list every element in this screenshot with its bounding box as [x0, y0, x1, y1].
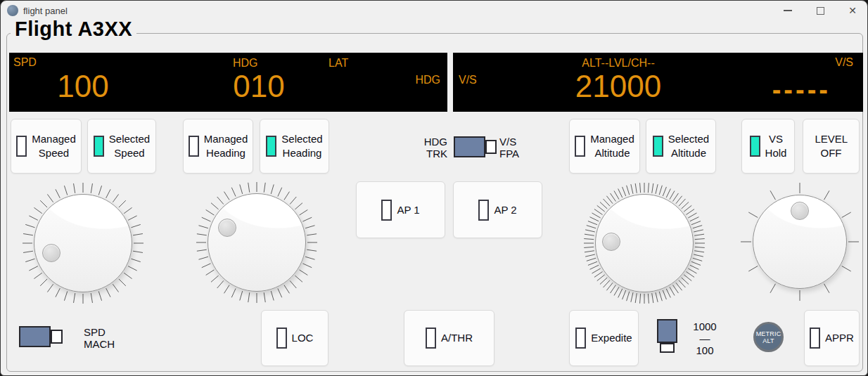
lat-label: LAT [328, 57, 348, 70]
altitude-value: 21000 [537, 71, 699, 102]
minimize-icon [784, 10, 792, 11]
level-off-button[interactable]: LEVEL OFF [803, 119, 860, 174]
hdg-vs-toggle-handle [454, 136, 485, 157]
heading-value: 010 [213, 71, 305, 102]
selected-speed-button[interactable]: Selected Speed [87, 119, 156, 174]
speed-value: 100 [37, 71, 129, 102]
selected-speed-led-indicator [94, 136, 104, 157]
vs-hold-label: VS Hold [765, 132, 787, 160]
vs-fpa-label-line2: FPA [499, 148, 519, 160]
loc-button[interactable]: LOC [261, 310, 328, 366]
alt-step-label-divider: — [690, 332, 720, 344]
selected-altitude-led-indicator [653, 136, 663, 157]
alt-mode-label: ALT--LVL/CH-- [562, 57, 675, 70]
spd-label: SPD [13, 56, 37, 69]
knob-face[interactable] [208, 193, 306, 292]
app-window: flight panel ✕ Flight A3XX SPD 100 HDG 0… [0, 0, 868, 376]
spd-mach-label-line1: SPD [84, 326, 115, 338]
alt-step-toggle-slot [660, 343, 675, 353]
managed-altitude-led-indicator [575, 136, 585, 157]
altitude-knob[interactable] [583, 182, 706, 304]
speed-heading-display: SPD 100 HDG 010 LAT HDG [9, 53, 447, 112]
spd-mach-label-line2: MACH [84, 338, 115, 350]
managed-heading-led-indicator [189, 136, 199, 157]
metric-alt-button[interactable]: METRIC ALT [753, 322, 784, 352]
alt-step-toggle-handle [657, 319, 677, 343]
vs-fpa-label-line1: V/S [499, 136, 519, 148]
hdg-trk-label-line1: HDG [412, 136, 447, 148]
altitude-vs-display: V/S ALT--LVL/CH-- 21000 V/S ----- [453, 53, 863, 112]
selected-speed-label: Selected Speed [109, 132, 150, 160]
metric-alt-label-line2: ALT [762, 337, 774, 344]
alt-step-label: 1000 — 100 [690, 320, 720, 356]
selected-heading-button[interactable]: Selected Heading [260, 119, 329, 174]
lateral-mode-value: HDG [415, 74, 440, 86]
hdg-trk-label: HDG TRK [412, 136, 447, 160]
spd-mach-toggle-slot [51, 330, 63, 344]
selected-altitude-button[interactable]: Selected Altitude [646, 119, 716, 174]
spd-mach-toggle-handle [19, 326, 51, 347]
ap1-label: AP 1 [397, 203, 419, 217]
managed-altitude-button[interactable]: Managed Altitude [569, 119, 640, 174]
hdg-vs-toggle[interactable] [454, 136, 497, 157]
managed-speed-button[interactable]: Managed Speed [11, 119, 82, 174]
level-off-label: LEVEL OFF [815, 132, 847, 160]
knob-position-dimple [218, 219, 236, 237]
alt-step-label-bottom: 100 [690, 344, 720, 356]
expedite-led-indicator [575, 328, 586, 349]
appr-led-indicator [810, 328, 820, 349]
vs-hold-button[interactable]: VS Hold [741, 119, 795, 174]
alt-step-label-top: 1000 [690, 320, 720, 332]
expedite-button[interactable]: Expedite [569, 310, 639, 366]
managed-speed-led-indicator [16, 136, 27, 157]
page-title: Flight A3XX [11, 18, 136, 41]
spd-mach-toggle[interactable] [19, 326, 63, 347]
vs-hold-led-indicator [750, 136, 760, 157]
speed-knob[interactable] [22, 182, 144, 304]
hdg-trk-label-line2: TRK [412, 148, 447, 160]
loc-led-indicator [276, 328, 287, 349]
managed-heading-label: Managed Heading [204, 132, 248, 160]
ap2-button[interactable]: AP 2 [453, 181, 542, 238]
vs-top-label: V/S [835, 56, 853, 69]
expedite-label: Expedite [591, 331, 632, 345]
metric-alt-label-line1: METRIC [756, 330, 781, 337]
athr-button[interactable]: A/THR [404, 310, 494, 366]
athr-label: A/THR [441, 331, 473, 345]
ap2-label: AP 2 [494, 203, 516, 217]
maximize-icon [817, 7, 824, 15]
appr-button[interactable]: APPR [804, 310, 860, 366]
selected-altitude-label: Selected Altitude [668, 132, 709, 160]
heading-knob[interactable] [196, 181, 318, 304]
managed-speed-label: Managed Speed [32, 132, 76, 160]
maximize-button[interactable] [808, 1, 832, 20]
managed-heading-button[interactable]: Managed Heading [183, 119, 253, 174]
vs-side-label: V/S [459, 74, 477, 86]
hdg-label: HDG [233, 57, 258, 70]
selected-heading-led-indicator [266, 136, 276, 157]
athr-led-indicator [426, 328, 436, 349]
minimize-button[interactable] [776, 1, 800, 20]
vs-value: ----- [772, 77, 831, 103]
knob-position-dimple [791, 202, 809, 220]
app-icon [7, 5, 18, 16]
hdg-vs-toggle-slot [485, 140, 497, 154]
spd-mach-label: SPD MACH [84, 326, 115, 350]
ap1-led-indicator [381, 200, 392, 221]
knob-position-dimple [42, 244, 60, 262]
appr-label: APPR [825, 331, 854, 345]
ap2-led-indicator [478, 200, 489, 221]
selected-heading-label: Selected Heading [281, 132, 322, 160]
close-button[interactable]: ✕ [841, 1, 864, 20]
loc-label: LOC [292, 331, 314, 345]
managed-altitude-label: Managed Altitude [590, 132, 634, 160]
vs-knob[interactable] [740, 182, 860, 302]
vs-fpa-label: V/S FPA [499, 136, 519, 160]
alt-step-toggle[interactable] [657, 319, 677, 353]
ap1-button[interactable]: AP 1 [356, 181, 445, 238]
knob-face[interactable] [34, 194, 132, 292]
